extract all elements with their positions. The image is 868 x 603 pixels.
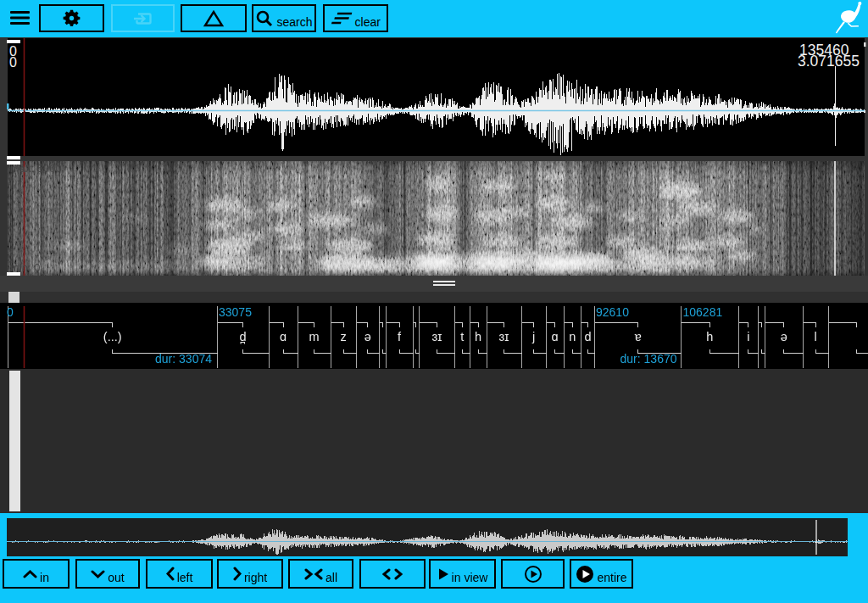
svg-text:ɑ: ɑ <box>280 330 287 343</box>
svg-text:t: t <box>460 330 464 343</box>
svg-text:m: m <box>309 330 319 343</box>
svg-text:h: h <box>475 330 481 343</box>
svg-text:d̪: d̪ <box>240 330 247 344</box>
svg-text:33075: 33075 <box>219 305 252 319</box>
svg-text:l: l <box>814 330 816 343</box>
svg-text:i: i <box>747 330 749 343</box>
svg-text:n: n <box>569 330 576 343</box>
svg-text:ə: ə <box>781 330 787 343</box>
svg-text:ɑ: ɑ <box>551 330 558 343</box>
svg-text:h: h <box>706 330 713 343</box>
svg-text:j: j <box>531 330 535 343</box>
svg-text:ɜɪ: ɜɪ <box>499 330 509 343</box>
svg-text:ɜɪ: ɜɪ <box>432 330 442 343</box>
svg-text:z: z <box>340 330 346 343</box>
svg-text:106281: 106281 <box>683 305 723 319</box>
svg-text:dur: 33074: dur: 33074 <box>155 352 212 366</box>
svg-text:0: 0 <box>9 55 17 70</box>
svg-text:ə: ə <box>364 330 371 343</box>
svg-text:3.071655: 3.071655 <box>798 53 860 70</box>
svg-text:ɐ: ɐ <box>635 330 642 343</box>
svg-text:dur: 13670: dur: 13670 <box>620 352 677 366</box>
svg-text:f: f <box>398 330 402 343</box>
svg-text:d: d <box>584 330 591 343</box>
svg-text:92610: 92610 <box>596 305 629 319</box>
svg-text:0: 0 <box>7 305 14 319</box>
svg-text:(...): (...) <box>103 330 122 343</box>
